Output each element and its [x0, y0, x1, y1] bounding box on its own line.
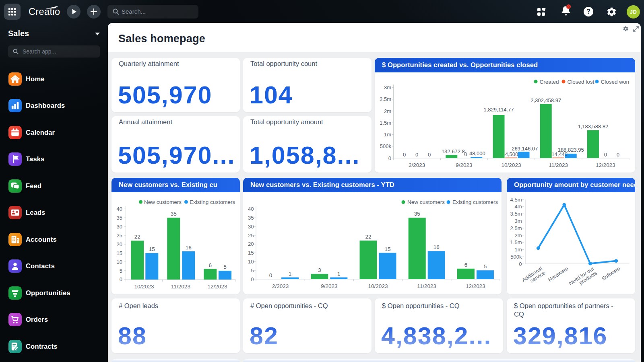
svg-text:500k: 500k	[380, 143, 392, 149]
svg-text:Additionalservice: Additionalservice	[521, 265, 546, 288]
svg-text:35: 35	[248, 215, 254, 221]
svg-text:35: 35	[117, 215, 122, 221]
svg-text:1m: 1m	[384, 132, 391, 138]
svg-text:0: 0	[403, 152, 406, 158]
svg-text:9/2023: 9/2023	[456, 162, 472, 168]
svg-text:500k: 500k	[510, 254, 522, 260]
svg-text:12/2023: 12/2023	[596, 162, 615, 168]
svg-text:Created: Created	[540, 79, 559, 85]
svg-text:2m: 2m	[384, 108, 391, 114]
svg-text:0: 0	[617, 152, 619, 158]
svg-text:35: 35	[414, 211, 420, 217]
svg-text:5: 5	[484, 263, 487, 269]
svg-text:30: 30	[117, 224, 122, 230]
svg-text:4,500: 4,500	[505, 151, 518, 157]
svg-text:35: 35	[171, 211, 177, 217]
svg-text:12/2023: 12/2023	[208, 284, 227, 290]
svg-text:5: 5	[223, 264, 227, 270]
svg-text:Existing customers: Existing customers	[190, 199, 235, 205]
svg-text:0: 0	[464, 151, 467, 157]
svg-text:3: 3	[318, 267, 321, 273]
svg-text:2m: 2m	[514, 232, 522, 239]
svg-text:188,823.95: 188,823.95	[558, 147, 584, 153]
svg-text:40: 40	[248, 206, 254, 212]
svg-text:22: 22	[365, 234, 371, 240]
svg-text:0: 0	[120, 276, 122, 282]
svg-text:269,146.07: 269,146.07	[512, 146, 538, 152]
svg-text:4.5m: 4.5m	[510, 197, 522, 203]
svg-text:1m: 1m	[514, 247, 522, 253]
svg-text:25: 25	[248, 232, 254, 239]
svg-text:Need for ourproducts: Need for ourproducts	[568, 265, 598, 291]
svg-text:1,183,588.82: 1,183,588.82	[578, 123, 608, 130]
svg-text:22: 22	[134, 234, 140, 240]
svg-text:132,672.8: 132,672.8	[442, 148, 465, 154]
svg-text:New customers: New customers	[144, 199, 182, 205]
svg-text:1: 1	[289, 271, 292, 277]
svg-text:10: 10	[117, 259, 122, 265]
svg-text:1: 1	[337, 271, 341, 277]
svg-text:10: 10	[248, 259, 254, 265]
svg-text:6: 6	[464, 262, 468, 268]
svg-text:1.5m: 1.5m	[380, 120, 391, 126]
svg-text:5: 5	[120, 268, 122, 274]
svg-text:Hardware: Hardware	[547, 265, 569, 283]
svg-text:Closed won: Closed won	[601, 79, 630, 85]
svg-text:40: 40	[117, 206, 122, 212]
svg-text:30: 30	[248, 224, 254, 230]
svg-text:11/2023: 11/2023	[171, 284, 190, 290]
svg-text:11/2023: 11/2023	[549, 162, 568, 168]
svg-text:0: 0	[269, 272, 272, 278]
svg-text:Closed lost: Closed lost	[568, 79, 594, 85]
svg-text:5: 5	[251, 267, 254, 274]
svg-text:2/2023: 2/2023	[409, 162, 425, 168]
svg-text:1.5m: 1.5m	[510, 239, 522, 245]
svg-text:0: 0	[519, 261, 522, 267]
svg-text:15: 15	[117, 250, 122, 256]
svg-text:10/2023: 10/2023	[502, 162, 521, 168]
svg-text:0: 0	[428, 152, 431, 158]
svg-text:0: 0	[604, 152, 607, 158]
svg-text:25: 25	[117, 232, 122, 239]
svg-text:0: 0	[415, 152, 418, 158]
svg-text:9/2023: 9/2023	[321, 283, 337, 289]
svg-text:Software: Software	[601, 265, 621, 282]
svg-text:3m: 3m	[514, 218, 522, 224]
svg-text:3.5m: 3.5m	[510, 211, 522, 217]
svg-text:12/2023: 12/2023	[466, 283, 485, 289]
svg-text:11/2023: 11/2023	[417, 283, 436, 289]
svg-text:20: 20	[248, 241, 254, 247]
svg-text:4m: 4m	[514, 204, 522, 210]
svg-text:16: 16	[186, 245, 192, 251]
svg-text:16: 16	[433, 244, 440, 250]
svg-text:15: 15	[384, 246, 390, 252]
svg-text:10/2023: 10/2023	[134, 284, 154, 290]
svg-text:New customers: New customers	[407, 199, 445, 205]
svg-text:0: 0	[388, 155, 391, 161]
svg-text:3m: 3m	[384, 84, 391, 90]
svg-text:10/2023: 10/2023	[368, 283, 388, 289]
svg-text:6: 6	[209, 262, 212, 268]
svg-text:2.5m: 2.5m	[510, 225, 522, 231]
svg-text:15: 15	[248, 250, 254, 256]
svg-text:0: 0	[251, 276, 254, 282]
svg-text:2.5m: 2.5m	[380, 96, 391, 102]
svg-text:1,829,114.77: 1,829,114.77	[484, 107, 514, 113]
svg-text:20: 20	[117, 241, 122, 247]
svg-text:2/2023: 2/2023	[272, 283, 289, 289]
svg-text:48,000: 48,000	[469, 150, 485, 156]
svg-text:15: 15	[149, 246, 155, 252]
svg-text:Existing customers: Existing customers	[452, 199, 498, 205]
svg-text:2,302,458.97: 2,302,458.97	[530, 97, 561, 103]
